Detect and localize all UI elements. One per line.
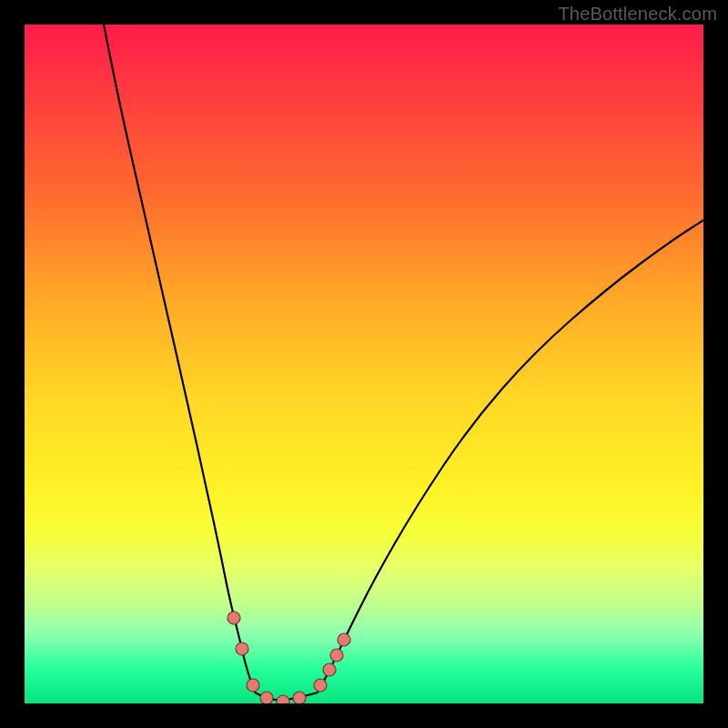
data-marker [236,642,248,655]
chart-plot-area [25,25,703,703]
chart-frame: TheBottleneck.com [0,0,728,728]
data-marker [293,692,306,703]
curve-right [318,220,703,693]
data-marker [260,692,273,703]
watermark-label: TheBottleneck.com [558,4,717,25]
data-marker [330,649,343,662]
data-marker [228,612,240,624]
curve-markers [228,612,350,703]
chart-svg [25,25,703,703]
data-marker [338,633,350,646]
data-marker [247,679,259,692]
data-marker [277,695,289,703]
data-marker [314,679,327,692]
curve-left [104,25,255,693]
data-marker [323,663,336,676]
